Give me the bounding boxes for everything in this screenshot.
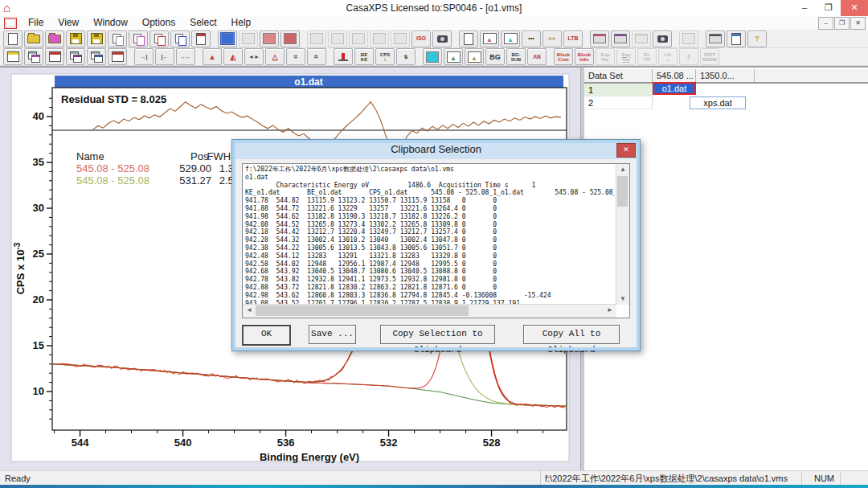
window-controls: – ❐ ✕ <box>792 0 868 16</box>
be-ke-button[interactable]: BE KE <box>354 48 374 65</box>
save-button[interactable] <box>66 31 85 47</box>
windows-purple-button[interactable] <box>66 48 85 65</box>
copy-page-button[interactable] <box>129 31 148 47</box>
bg-button[interactable]: BG <box>485 48 505 65</box>
menubar: FileViewWindowOptionsSelectHelp – ❐ ✕ <box>0 16 868 31</box>
save-as-button[interactable] <box>87 31 106 47</box>
tile-window-button[interactable] <box>3 48 23 65</box>
ok-button[interactable]: OK <box>242 325 291 346</box>
step-marker-button[interactable] <box>334 48 353 65</box>
dialog-titlebar[interactable]: Clipboard Selection ✕ <box>232 140 640 159</box>
close-button[interactable]: ✕ <box>841 0 868 16</box>
menu-item-options[interactable]: Options <box>135 16 182 30</box>
pencil-button[interactable]: ✏ <box>542 31 562 47</box>
horizontal-scrollbar[interactable]: ◄ ► <box>243 304 616 318</box>
mdi-restore-button[interactable]: ❐ <box>834 17 850 30</box>
copy-button[interactable] <box>108 31 127 47</box>
status-file-path: f:\2022年工作\2022年6月\xps数据处理\2\casaxps dat… <box>540 471 802 486</box>
iso-button[interactable]: ISO <box>411 31 431 47</box>
processing-dialog-button[interactable] <box>218 31 237 47</box>
menu-item-view[interactable]: View <box>51 16 86 30</box>
page-layout-icon <box>464 33 473 45</box>
row-1-label[interactable]: 1 <box>584 84 653 96</box>
fit-peaks-button[interactable]: ΛN <box>527 48 547 65</box>
svg-text:Name: Name <box>76 150 104 162</box>
paste-button[interactable] <box>170 31 190 47</box>
column-header-region2[interactable]: 1350.0... <box>696 69 755 82</box>
help-button[interactable]: ? <box>747 31 767 47</box>
red-tile-button[interactable] <box>108 48 127 65</box>
paste-vamas-button[interactable] <box>149 31 169 47</box>
dots-button[interactable]: ••• <box>522 31 541 47</box>
menu-item-window[interactable]: Window <box>86 16 135 30</box>
clipboard-text-area[interactable]: f:\2022年工作\2022年6月\xps数据处理\2\casaxps dat… <box>242 163 630 318</box>
shift-left-button[interactable]: |← <box>155 48 174 65</box>
spectrum-view-button[interactable]: ▲ <box>480 31 499 47</box>
print-preview-button[interactable] <box>727 31 746 47</box>
camera-button[interactable] <box>432 31 452 47</box>
peak-left-button[interactable]: ◭ <box>223 48 243 65</box>
vertical-scroll-thumb[interactable] <box>617 176 628 207</box>
zoom-peak-button[interactable]: ▲ <box>203 48 222 65</box>
tile-all-button[interactable] <box>87 48 106 65</box>
element-library-button[interactable] <box>260 31 279 47</box>
overlay-spectra-button[interactable]: ▲ <box>444 48 463 65</box>
minimize-button[interactable]: – <box>792 0 817 16</box>
expand-x-button[interactable]: ◄► <box>244 48 264 65</box>
printer-page-button[interactable] <box>611 31 630 47</box>
cps-button[interactable]: CPS ↕ <box>375 48 395 65</box>
camera2-button[interactable] <box>653 31 672 47</box>
zoom-view-button[interactable]: ▲ <box>501 31 520 47</box>
close-window-button[interactable] <box>45 48 64 65</box>
block-info-button[interactable]: Block Info <box>575 48 594 65</box>
cascade-windows-button[interactable] <box>24 48 43 65</box>
counts-button[interactable]: ⇅ <box>396 48 416 65</box>
scroll-right-icon[interactable]: ► <box>604 305 616 316</box>
horizontal-scroll-thumb[interactable] <box>256 306 469 316</box>
block-comment-button[interactable]: Block Com <box>554 48 573 65</box>
bg-sub-button[interactable]: BG- SUB <box>506 48 526 65</box>
collapse-range-button[interactable]: →← <box>176 48 195 65</box>
mdi-close-button[interactable]: ✕ <box>850 17 866 30</box>
maximize-button[interactable]: ❐ <box>817 0 841 16</box>
copy-selection-button[interactable]: Copy Selection to Clipboard <box>380 325 495 344</box>
zoom-reset-button[interactable]: △ <box>265 48 285 65</box>
printer-tile-button[interactable] <box>590 31 609 47</box>
scroll-down-icon[interactable]: ▼ <box>616 293 629 305</box>
copy-all-button[interactable]: Copy All to Clipboard <box>523 325 620 344</box>
annotation-button[interactable] <box>280 31 300 47</box>
open-file-button[interactable] <box>24 31 43 47</box>
print-button[interactable] <box>706 31 725 47</box>
save-button[interactable]: Save ... <box>309 325 356 344</box>
mdi-minimize-button[interactable]: – <box>818 17 833 30</box>
clipboard-data-text[interactable]: f:\2022年工作\2022年6月\xps数据处理\2\casaxps dat… <box>245 166 615 304</box>
column-header-region1[interactable]: 545.08 ... <box>653 69 696 82</box>
shift-right-button[interactable]: →| <box>134 48 154 65</box>
zoom-peak-icon: ▲ <box>209 54 216 60</box>
page-layout-button[interactable] <box>459 31 478 47</box>
step2-button: 2 <box>679 48 698 65</box>
ltb-button[interactable]: LTB <box>563 31 583 47</box>
dataset-o1-cell[interactable]: o1.dat <box>653 82 696 95</box>
row-2-label[interactable]: 2 <box>584 96 653 109</box>
export-page-button[interactable] <box>191 31 211 47</box>
status-message: Ready <box>5 471 31 486</box>
dataset-xps-cell[interactable]: xps.dat <box>690 96 746 109</box>
menu-item-file[interactable]: File <box>21 16 51 30</box>
new-file-button[interactable] <box>3 31 23 47</box>
menu-item-select[interactable]: Select <box>182 16 223 30</box>
collapse-range-icon: →← <box>180 54 191 60</box>
menu-item-help[interactable]: Help <box>224 16 259 30</box>
stack-spectra-button[interactable]: ▲ <box>465 48 484 65</box>
scroll-up-icon[interactable]: ▲ <box>616 164 629 175</box>
open-convert-button[interactable] <box>45 31 64 47</box>
dialog-close-icon[interactable]: ✕ <box>616 143 636 158</box>
scroll-left-icon[interactable]: ◄ <box>243 305 256 316</box>
grid-1-icon <box>310 33 323 44</box>
vertical-scrollbar[interactable]: ▲ ▼ <box>616 164 629 305</box>
scroll-up-button[interactable]: « <box>286 48 305 65</box>
exp-var2-icon: Exp Var <box>621 52 630 62</box>
scroll-down-button[interactable]: « <box>307 48 326 65</box>
reset-view-button[interactable] <box>423 48 442 65</box>
column-header-dataset[interactable]: Data Set <box>584 69 653 82</box>
